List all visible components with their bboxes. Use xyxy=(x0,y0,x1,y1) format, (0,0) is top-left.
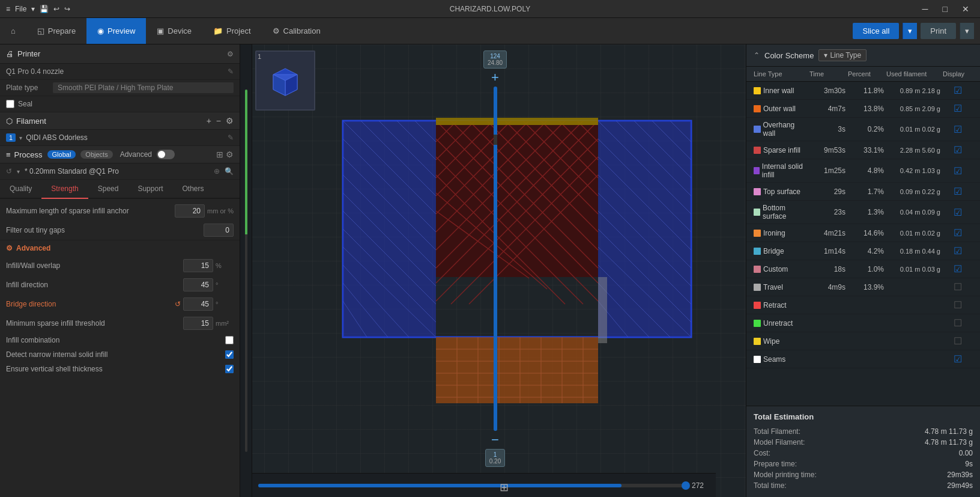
lt-check-0[interactable]: ☑ xyxy=(943,85,973,96)
redo-icon[interactable]: ↪ xyxy=(64,5,70,13)
lt-check-9[interactable]: ☑ xyxy=(943,263,973,275)
lt-name-7: Ironing xyxy=(754,229,807,237)
line-type-row: Bridge 1m14s 4.2% 0.18 m 0.44 g ☑ xyxy=(746,242,980,260)
lt-check-5[interactable]: ☑ xyxy=(943,186,973,197)
thumbnail-area: 1 xyxy=(255,50,315,111)
process-settings-icon[interactable]: ⚙ xyxy=(226,150,234,159)
tab-support[interactable]: Support xyxy=(128,180,172,199)
lt-name-0: Inner wall xyxy=(754,87,807,95)
infill-combo-checkbox[interactable] xyxy=(225,336,234,344)
undo-icon[interactable]: ↩ xyxy=(53,5,59,13)
line-type-dropdown[interactable]: ▾ Line Type xyxy=(818,49,867,61)
ensure-vertical-label: Ensure vertical shell thickness xyxy=(6,365,225,373)
lt-time-4: 1m25s xyxy=(809,166,845,175)
lt-check-13[interactable]: ☐ xyxy=(943,335,973,347)
lt-pct-2: 0.2% xyxy=(848,125,884,133)
calibration-icon: ⚙ xyxy=(273,26,280,35)
filter-gaps-input[interactable] xyxy=(204,224,234,237)
filament-badge: 1 xyxy=(6,133,16,142)
max-length-input[interactable] xyxy=(175,204,205,218)
nav-project[interactable]: 📁 Project xyxy=(202,18,261,44)
left-panel: 🖨 Printer ⚙ Q1 Pro 0.4 nozzle ✎ Plate ty… xyxy=(0,44,240,497)
maximize-button[interactable]: □ xyxy=(938,3,952,15)
print-button[interactable]: Print xyxy=(921,23,956,39)
total-rows: Total Filament: 4.78 m 11.73 g Model Fil… xyxy=(754,426,973,491)
toggle-knob xyxy=(158,151,165,158)
layer-top-thumb[interactable]: 124 24.80 xyxy=(483,50,507,69)
printer-edit-icon[interactable]: ✎ xyxy=(228,67,234,76)
seal-checkbox[interactable] xyxy=(6,100,14,108)
lt-check-3[interactable]: ☑ xyxy=(943,144,973,156)
filament-name: QIDI ABS Odorless xyxy=(26,133,224,142)
lt-check-1[interactable]: ☑ xyxy=(943,103,973,114)
close-button[interactable]: ✕ xyxy=(957,3,974,15)
bridge-dir-reset-icon[interactable]: ↺ xyxy=(175,300,181,308)
layer-slider-thumb[interactable] xyxy=(682,481,690,490)
compare-icon[interactable]: ⊞ xyxy=(216,150,223,159)
bridge-dir-row: Bridge direction ↺ ° xyxy=(0,294,240,314)
lt-check-12[interactable]: ☐ xyxy=(943,317,973,329)
lt-check-11[interactable]: ☐ xyxy=(943,299,973,311)
layer-icon[interactable]: ⊞ xyxy=(500,481,509,494)
layer-plus-button[interactable]: + xyxy=(491,71,499,84)
ensure-vertical-checkbox[interactable] xyxy=(225,365,234,373)
lt-check-14[interactable]: ☑ xyxy=(943,353,973,365)
total-label-2: Cost: xyxy=(754,449,770,457)
preset-search-icon[interactable]: 🔍 xyxy=(225,167,234,175)
total-row: Model printing time: 29m39s xyxy=(754,469,973,480)
layer-slider-track[interactable] xyxy=(258,484,686,487)
nav-device[interactable]: ▣ Device xyxy=(146,18,202,44)
lt-check-2[interactable]: ☑ xyxy=(943,124,973,135)
save-icon[interactable]: 💾 xyxy=(40,5,49,13)
lt-check-6[interactable]: ☑ xyxy=(943,207,973,218)
infill-wall-input[interactable] xyxy=(183,259,213,272)
nav-calibration[interactable]: ⚙ Calibration xyxy=(262,18,331,44)
advanced-toggle[interactable] xyxy=(157,150,175,159)
lt-pct-3: 33.1% xyxy=(848,146,884,154)
min-sparse-input[interactable] xyxy=(183,317,213,330)
filament-edit-icon[interactable]: ✎ xyxy=(228,133,234,142)
infill-dir-input[interactable] xyxy=(183,278,213,291)
nav-preview[interactable]: ◉ Preview xyxy=(86,18,146,44)
chevron-up-icon[interactable]: ⌃ xyxy=(754,51,760,59)
print-dropdown-button[interactable]: ▾ xyxy=(960,23,974,39)
process-tabs: Quality Strength Speed Support Others xyxy=(0,180,240,199)
filament-controls: + − ⚙ xyxy=(207,116,234,126)
total-title: Total Estimation xyxy=(754,412,973,421)
nav-home[interactable]: ⌂ xyxy=(0,18,26,44)
lt-check-10[interactable]: ☐ xyxy=(943,281,973,293)
model-thumbnail[interactable]: 1 xyxy=(255,50,315,111)
lt-check-8[interactable]: ☑ xyxy=(943,245,973,257)
tab-global[interactable]: Global xyxy=(47,150,76,159)
v-slider-track[interactable] xyxy=(494,87,497,431)
slice-dropdown-button[interactable]: ▾ xyxy=(903,23,917,39)
nav-prepare[interactable]: ◱ Prepare xyxy=(26,18,86,44)
layer-bottom-thumb[interactable]: 1 0.20 xyxy=(485,449,505,467)
device-icon: ▣ xyxy=(157,26,164,35)
tab-others[interactable]: Others xyxy=(172,180,213,199)
detect-narrow-checkbox[interactable] xyxy=(225,350,234,359)
tab-speed[interactable]: Speed xyxy=(88,180,129,199)
preview-icon: ◉ xyxy=(97,26,104,35)
bridge-dir-input[interactable] xyxy=(183,297,213,311)
preset-copy-icon[interactable]: ⊕ xyxy=(214,167,220,175)
printer-settings-icon[interactable]: ⚙ xyxy=(227,50,234,58)
total-label-0: Total Filament: xyxy=(754,427,800,436)
tab-strength[interactable]: Strength xyxy=(41,180,88,199)
slice-all-button[interactable]: Slice all xyxy=(853,23,899,39)
filament-settings-button[interactable]: ⚙ xyxy=(226,116,234,126)
filament-add-button[interactable]: + xyxy=(207,116,211,126)
layer-minus-button[interactable]: − xyxy=(491,433,499,447)
lt-check-7[interactable]: ☑ xyxy=(943,227,973,239)
nav-prepare-label: Prepare xyxy=(48,26,76,35)
lt-filament-7: 0.01 m 0.02 g xyxy=(886,230,940,237)
lt-check-4[interactable]: ☑ xyxy=(943,165,973,177)
lt-color-5 xyxy=(754,188,761,195)
infill-wall-label: Infill/Wall overlap xyxy=(6,261,183,270)
total-section: Total Estimation Total Filament: 4.78 m … xyxy=(746,406,980,497)
minimize-button[interactable]: ─ xyxy=(918,3,933,15)
tab-objects[interactable]: Objects xyxy=(80,150,112,159)
tab-quality[interactable]: Quality xyxy=(0,180,41,199)
lt-filament-4: 0.42 m 1.03 g xyxy=(886,167,940,174)
filament-remove-button[interactable]: − xyxy=(216,116,221,126)
